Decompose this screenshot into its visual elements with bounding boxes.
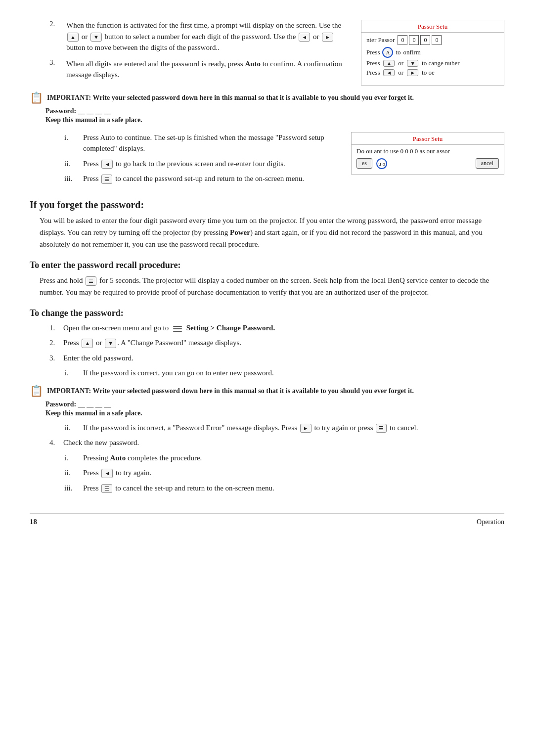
enter-passor-row: nter Passor 0 0 0 0 — [366, 35, 499, 45]
password-box-2-buttons: es u o ancel — [356, 158, 499, 169]
roman-num-change-4iii: iii. — [64, 483, 78, 494]
important-note-2: 📋 IMPORTANT: Write your selected passwor… — [30, 386, 504, 398]
footer-number: 18 — [30, 518, 37, 526]
roman-text-change-4iii: Press ☰ to cancel the set-up and return … — [83, 483, 504, 494]
section-recall-heading: To enter the password recall procedure: — [30, 260, 504, 270]
hold-btn-recall: ☰ — [86, 276, 96, 286]
roman-text-ii: Press ◄ to go back to the previous scree… — [83, 158, 341, 170]
password-box-1-title: Passor Setu — [361, 20, 504, 33]
right-btn-move: ► — [407, 69, 418, 76]
keep-safe-2: Keep this manual in a safe place. — [45, 409, 504, 417]
digit-1: 0 — [398, 35, 407, 45]
password-box-2-title: Passor Setu — [352, 133, 504, 145]
roman-text-change-ii: If the password is incorrect, a "Passwor… — [83, 422, 504, 434]
roman-text-i: Press Auto to continue. The set-up is fi… — [83, 132, 341, 154]
change-text-2: Press ▲ or ▼. A "Change Password" messag… — [63, 337, 504, 349]
digit-3: 0 — [420, 35, 430, 45]
item-num-2: 2. — [49, 20, 61, 53]
up-btn-change: ▲ — [383, 60, 395, 67]
section-forget-heading: If you forget the password: — [30, 199, 504, 211]
numbered-item-3: 3. When all digits are entered and the p… — [49, 58, 351, 81]
up-btn-change2: ▲ — [82, 339, 93, 348]
press-move-text: to oe — [422, 69, 435, 77]
password-box-2-body: Do ou ant to use 0 0 0 0 as our assor es… — [352, 145, 504, 174]
roman-items-first: i. Press Auto to continue. The set-up is… — [64, 132, 341, 184]
digit-4: 0 — [432, 35, 442, 45]
cancel-btn-ii: ☰ — [376, 424, 387, 433]
roman-text-change-4i: Pressing Auto completes the procedure. — [83, 452, 504, 464]
important-note-1: 📋 IMPORTANT: Write your selected passwor… — [30, 92, 504, 104]
cancel-btn-4iii: ☰ — [101, 484, 112, 493]
change-list: 1. Open the on-screen menu and go to Set… — [49, 322, 504, 379]
page-content: 2. When the function is activated for th… — [30, 20, 504, 526]
auto-circle-btn[interactable]: u o — [376, 158, 387, 169]
back-btn-ii: ◄ — [101, 160, 113, 169]
roman-item-change-4iii: iii. Press ☰ to cancel the set-up and re… — [64, 483, 504, 494]
password-setup-box-1: Passor Setu nter Passor 0 0 0 0 Press A … — [361, 20, 504, 86]
down-btn-inline: ▼ — [90, 33, 102, 42]
password-box-2-question: Do ou ant to use 0 0 0 0 as our assor — [356, 147, 499, 155]
footer-bar: 18 Operation — [30, 513, 504, 526]
press-confirm-label: Press — [366, 48, 380, 56]
roman-item-change-4i: i. Pressing Auto completes the procedure… — [64, 452, 504, 464]
press-move-or: or — [398, 69, 403, 77]
roman-num-change-4ii: ii. — [64, 467, 78, 479]
change-num-2: 2. — [49, 337, 59, 349]
cancel-button[interactable]: ancel — [476, 158, 499, 169]
roman-list-change-3: i. Pressing Auto completes the procedure… — [64, 452, 504, 494]
roman-item-change-i: i. If the password is correct, you can g… — [64, 367, 504, 379]
roman-num-i: i. — [64, 132, 78, 154]
section-recall-body: Press and hold ☰ for 5 seconds. The proj… — [40, 274, 504, 298]
press-change-label: Press — [366, 59, 380, 67]
roman-num-iii: iii. — [64, 173, 78, 184]
roman-item-i: i. Press Auto to continue. The set-up is… — [64, 132, 341, 154]
numbered-list-top: 2. When the function is activated for th… — [49, 20, 351, 81]
press-change-row: Press ▲ or ▼ to cange nuber — [366, 59, 499, 67]
change-list-cont: ii. If the password is incorrect, a "Pas… — [49, 422, 504, 494]
menu-btn-iii: ☰ — [101, 175, 112, 184]
roman-text-iii: Press ☰ to cancel the password set-up an… — [83, 173, 341, 184]
right-btn-inline: ► — [322, 33, 333, 42]
down-btn-change2: ▼ — [105, 339, 116, 348]
section-change-heading: To change the password: — [30, 308, 504, 318]
change-num-1: 1. — [49, 322, 59, 334]
note-icon-1: 📋 — [30, 91, 43, 104]
change-text-1: Open the on-screen menu and go to Settin… — [63, 322, 504, 334]
press-change-text: to cange nuber — [422, 59, 460, 67]
change-num-4: 4. — [49, 437, 59, 448]
top-section: 2. When the function is activated for th… — [30, 20, 504, 86]
roman-list-change-2: ii. If the password is incorrect, a "Pas… — [64, 422, 504, 434]
roman-num-change-ii: ii. — [64, 422, 78, 434]
password-line-1: Password: __ __ __ __ — [45, 107, 504, 115]
press-confirm-to: to — [396, 48, 400, 56]
footer-label: Operation — [477, 518, 504, 526]
roman-item-iii: iii. Press ☰ to cancel the password set-… — [64, 173, 341, 184]
password-box-1-body: nter Passor 0 0 0 0 Press A to onfirm Pr… — [361, 33, 504, 82]
top-text: 2. When the function is activated for th… — [30, 20, 351, 86]
change-item-1: 1. Open the on-screen menu and go to Set… — [49, 322, 504, 334]
up-btn-inline: ▲ — [67, 33, 79, 42]
yes-button[interactable]: es — [356, 158, 372, 169]
section-forget-body: You will be asked to enter the four digi… — [40, 215, 504, 250]
roman-list-first: i. Press Auto to continue. The set-up is… — [30, 129, 341, 188]
roman-text-change-i: If the password is correct, you can go o… — [83, 367, 504, 379]
change-num-3: 3. — [49, 353, 59, 364]
digit-2: 0 — [409, 35, 419, 45]
item-text-2: When the function is activated for the f… — [66, 20, 351, 53]
press-confirm-row: Press A to onfirm — [366, 47, 499, 58]
roman-and-box: i. Press Auto to continue. The set-up is… — [30, 129, 504, 188]
change-item-3: 3. Enter the old password. — [49, 353, 504, 364]
item-text-3: When all digits are entered and the pass… — [66, 58, 351, 81]
digit-boxes: 0 0 0 0 — [398, 35, 442, 45]
roman-item-change-4ii: ii. Press ◄ to try again. — [64, 467, 504, 479]
keep-safe-1: Keep this manual in a safe place. — [45, 116, 504, 124]
auto-btn-circle: A — [382, 47, 393, 58]
left-btn-move: ◄ — [383, 69, 395, 76]
roman-item-change-ii: ii. If the password is incorrect, a "Pas… — [64, 422, 504, 434]
change-text-4: Check the new password. — [63, 437, 504, 448]
press-move-label: Press — [366, 69, 380, 77]
left-btn-inline: ◄ — [299, 33, 310, 42]
item-num-3: 3. — [49, 58, 61, 81]
roman-num-ii: ii. — [64, 158, 78, 170]
roman-list-change-1: i. If the password is correct, you can g… — [64, 367, 504, 379]
